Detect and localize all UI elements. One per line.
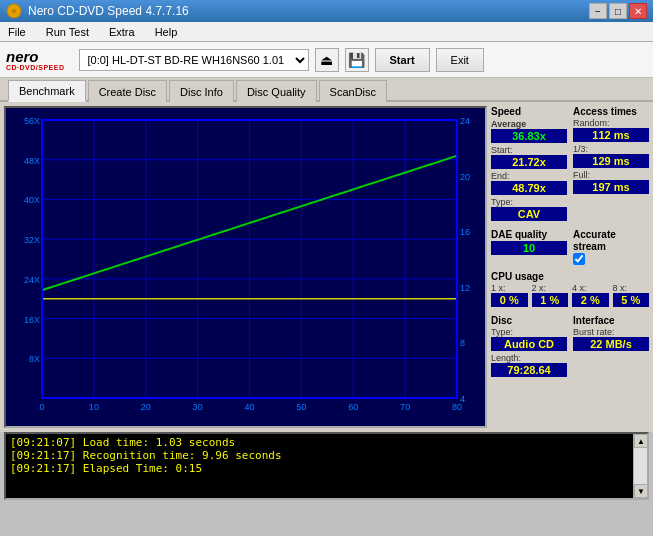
start-button[interactable]: Start (375, 48, 430, 72)
tab-disc-info[interactable]: Disc Info (169, 80, 234, 102)
cpu-1x-value: 0 % (491, 293, 528, 307)
log-line-1: [09:21:17] Recognition time: 9.96 second… (10, 449, 643, 462)
access-title: Access times (573, 106, 649, 117)
dae-value: 10 (491, 241, 567, 255)
cpu-4x-value: 2 % (572, 293, 609, 307)
average-label: Average (491, 119, 526, 129)
log-area: [09:21:07] Load time: 1.03 seconds [09:2… (4, 432, 649, 500)
speed-title: Speed (491, 106, 567, 117)
average-value: 36.83x (491, 129, 567, 143)
menu-bar: File Run Test Extra Help (0, 22, 653, 42)
tab-disc-quality[interactable]: Disc Quality (236, 80, 317, 102)
title-bar-text: Nero CD-DVD Speed 4.7.7.16 (28, 4, 189, 18)
chart-container (4, 106, 487, 428)
speed-section: Speed Average 36.83x Start: 21.72x End: … (491, 106, 567, 223)
accurate-title: Accurate (573, 229, 649, 240)
cpu-4x: 4 x: 2 % (572, 283, 609, 309)
menu-help[interactable]: Help (151, 24, 182, 40)
nero-logo-top: nero (6, 49, 39, 64)
cpu-title: CPU usage (491, 271, 649, 282)
interface-section: Interface Burst rate: 22 MB/s (573, 315, 649, 379)
disc-icon (6, 3, 22, 19)
disc-title: Disc (491, 315, 567, 326)
tab-scandisc[interactable]: ScanDisc (319, 80, 387, 102)
end-value: 48.79x (491, 181, 567, 195)
tab-create-disc[interactable]: Create Disc (88, 80, 167, 102)
exit-button[interactable]: Exit (436, 48, 484, 72)
access-section: Access times Random: 112 ms 1/3: 129 ms … (573, 106, 649, 223)
accurate-section: Accurate stream (573, 229, 649, 265)
cpu-section: CPU usage 1 x: 0 % 2 x: 1 % 4 x: 2 % 8 x… (491, 271, 649, 309)
title-bar-left: Nero CD-DVD Speed 4.7.7.16 (6, 3, 189, 19)
accurate-stream-row (573, 253, 649, 265)
close-button[interactable]: ✕ (629, 3, 647, 19)
one-third-value: 129 ms (573, 154, 649, 168)
menu-file[interactable]: File (4, 24, 30, 40)
svg-point-1 (12, 9, 16, 13)
nero-logo-bottom: CD·DVD/SPEED (6, 64, 65, 71)
menu-extra[interactable]: Extra (105, 24, 139, 40)
title-bar-controls: − □ ✕ (589, 3, 647, 19)
log-scrollbar[interactable]: ▲ ▼ (633, 434, 647, 498)
right-panel: Speed Average 36.83x Start: 21.72x End: … (491, 106, 649, 428)
save-button[interactable]: 💾 (345, 48, 369, 72)
tab-bar: Benchmark Create Disc Disc Info Disc Qua… (0, 78, 653, 102)
disc-length-value: 79:28.64 (491, 363, 567, 377)
random-label: Random: (573, 118, 649, 128)
tab-benchmark[interactable]: Benchmark (8, 80, 86, 102)
full-value: 197 ms (573, 180, 649, 194)
eject-button[interactable]: ⏏ (315, 48, 339, 72)
cpu-1x: 1 x: 0 % (491, 283, 528, 309)
type-label: Type: (491, 197, 567, 207)
start-value: 21.72x (491, 155, 567, 169)
burst-rate-value: 22 MB/s (573, 337, 649, 351)
scroll-down-button[interactable]: ▼ (634, 484, 648, 498)
start-label: Start: (491, 145, 567, 155)
log-line-0: [09:21:07] Load time: 1.03 seconds (10, 436, 643, 449)
accurate-stream-checkbox[interactable] (573, 253, 585, 265)
full-label: Full: (573, 170, 649, 180)
main-area: Speed Average 36.83x Start: 21.72x End: … (0, 102, 653, 432)
minimize-button[interactable]: − (589, 3, 607, 19)
benchmark-chart (6, 108, 485, 426)
disc-type-value: Audio CD (491, 337, 567, 351)
one-third-label: 1/3: (573, 144, 649, 154)
cpu-8x: 8 x: 5 % (613, 283, 650, 309)
type-value: CAV (491, 207, 567, 221)
toolbar: nero CD·DVD/SPEED [0:0] HL-DT-ST BD-RE W… (0, 42, 653, 78)
scroll-up-button[interactable]: ▲ (634, 434, 648, 448)
maximize-button[interactable]: □ (609, 3, 627, 19)
dae-section: DAE quality 10 (491, 229, 567, 265)
random-value: 112 ms (573, 128, 649, 142)
cpu-2x: 2 x: 1 % (532, 283, 569, 309)
drive-selector[interactable]: [0:0] HL-DT-ST BD-RE WH16NS60 1.01 (79, 49, 309, 71)
dae-title: DAE quality (491, 229, 567, 240)
end-label: End: (491, 171, 567, 181)
log-line-2: [09:21:17] Elapsed Time: 0:15 (10, 462, 643, 475)
title-bar: Nero CD-DVD Speed 4.7.7.16 − □ ✕ (0, 0, 653, 22)
menu-run-test[interactable]: Run Test (42, 24, 93, 40)
accurate-subtitle: stream (573, 241, 649, 252)
interface-title: Interface (573, 315, 649, 326)
disc-section: Disc Type: Audio CD Length: 79:28.64 (491, 315, 567, 379)
log-content: [09:21:07] Load time: 1.03 seconds [09:2… (6, 434, 647, 477)
nero-logo: nero CD·DVD/SPEED (6, 49, 65, 71)
cpu-2x-value: 1 % (532, 293, 569, 307)
cpu-8x-value: 5 % (613, 293, 650, 307)
